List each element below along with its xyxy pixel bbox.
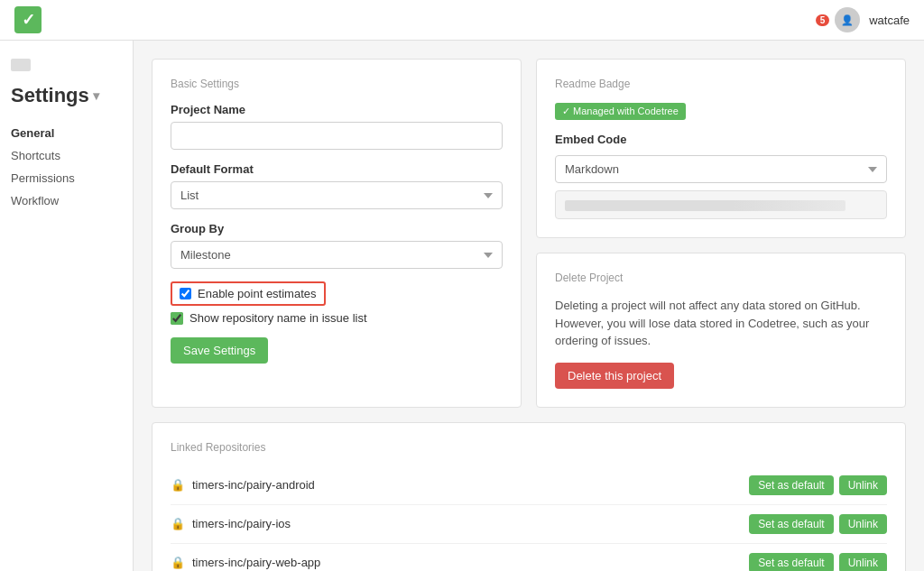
repo-row: 🔒timers-inc/pairy-androidSet as defaultU… — [171, 466, 887, 505]
readme-badge-title: Readme Badge — [555, 78, 887, 90]
top-grid: Basic Settings Project Name Default Form… — [152, 59, 906, 408]
checkboxes-group: Enable point estimates Show repository n… — [171, 281, 503, 325]
header-right: 5 👤 watcafe — [816, 7, 910, 32]
sidebar-link-general[interactable]: General — [11, 124, 122, 143]
sidebar-item-permissions[interactable]: Permissions — [11, 169, 122, 188]
set-default-button[interactable]: Set as default — [749, 553, 833, 572]
save-settings-button[interactable]: Save Settings — [171, 337, 268, 364]
project-name-label: Project Name — [171, 103, 503, 116]
project-name-input[interactable] — [171, 122, 503, 150]
lock-icon: 🔒 — [171, 556, 185, 569]
linked-repos-card: Linked Repositories 🔒timers-inc/pairy-an… — [152, 422, 906, 572]
repo-actions: Set as defaultUnlink — [749, 553, 887, 572]
main-content: Basic Settings Project Name Default Form… — [134, 41, 924, 571]
delete-project-title: Delete Project — [555, 272, 887, 284]
notification-group: 5 👤 — [816, 7, 861, 32]
repo-actions: Set as defaultUnlink — [749, 514, 887, 534]
show-repo-name-checkbox[interactable] — [171, 312, 183, 325]
sidebar-item-shortcuts[interactable]: Shortcuts — [11, 146, 122, 165]
repo-name: timers-inc/pairy-android — [192, 478, 749, 492]
unlink-button[interactable]: Unlink — [839, 553, 887, 572]
group-by-group: Group By Milestone — [171, 222, 503, 269]
notification-badge[interactable]: 5 — [816, 14, 830, 26]
right-column: Readme Badge ✓ Managed with Codetree Emb… — [536, 59, 906, 408]
embed-code-label: Embed Code — [555, 133, 887, 146]
show-repo-name-label: Show repository name in issue list — [189, 311, 367, 325]
default-format-group: Default Format List — [171, 162, 503, 209]
embed-format-select[interactable]: Markdown — [555, 155, 887, 183]
show-repo-name-item: Show repository name in issue list — [171, 311, 503, 325]
basic-settings-title: Basic Settings — [171, 78, 503, 90]
sidebar-item-general[interactable]: General — [11, 124, 122, 143]
sidebar-link-permissions[interactable]: Permissions — [11, 169, 122, 188]
repo-actions: Set as defaultUnlink — [749, 475, 887, 495]
default-format-select[interactable]: List — [171, 181, 503, 209]
delete-project-card: Delete Project Deleting a project will n… — [536, 253, 906, 408]
username-label: watcafe — [869, 14, 910, 27]
sidebar-link-shortcuts[interactable]: Shortcuts — [11, 146, 122, 165]
repo-name: timers-inc/pairy-ios — [192, 517, 749, 530]
sidebar-nav: General Shortcuts Permissions Workflow — [11, 124, 122, 210]
enable-estimates-checkbox[interactable] — [180, 288, 191, 299]
repo-row: 🔒timers-inc/pairy-web-appSet as defaultU… — [171, 544, 887, 572]
sidebar: Settings ▾ General Shortcuts Permissions… — [0, 41, 134, 571]
settings-title: Settings ▾ — [11, 84, 122, 107]
managed-badge: ✓ Managed with Codetree — [555, 103, 686, 120]
avatar[interactable]: 👤 — [835, 7, 860, 32]
app-body: Settings ▾ General Shortcuts Permissions… — [0, 41, 924, 571]
set-default-button[interactable]: Set as default — [749, 514, 833, 534]
caret-icon: ▾ — [93, 88, 99, 103]
project-icon — [11, 59, 31, 71]
lock-icon: 🔒 — [171, 517, 185, 530]
embed-code-display — [555, 190, 887, 219]
project-name-group: Project Name — [171, 103, 503, 150]
unlink-button[interactable]: Unlink — [839, 475, 887, 495]
logo-icon[interactable]: ✓ — [14, 6, 42, 33]
enable-estimates-highlight: Enable point estimates — [171, 281, 326, 306]
group-by-select[interactable]: Milestone — [171, 241, 503, 269]
group-by-label: Group By — [171, 222, 503, 235]
repo-list: 🔒timers-inc/pairy-androidSet as defaultU… — [171, 466, 887, 572]
unlink-button[interactable]: Unlink — [839, 514, 887, 534]
basic-settings-card: Basic Settings Project Name Default Form… — [152, 59, 522, 408]
delete-description: Deleting a project will not affect any d… — [555, 297, 887, 350]
project-label — [11, 59, 122, 71]
sidebar-link-workflow[interactable]: Workflow — [11, 191, 122, 210]
repo-name: timers-inc/pairy-web-app — [192, 556, 749, 569]
default-format-label: Default Format — [171, 162, 503, 176]
embed-blur-bar — [565, 200, 845, 211]
lock-icon: 🔒 — [171, 478, 185, 492]
readme-badge-card: Readme Badge ✓ Managed with Codetree Emb… — [536, 59, 906, 238]
enable-estimates-label: Enable point estimates — [198, 287, 317, 300]
linked-repos-title: Linked Repositories — [171, 441, 887, 454]
sidebar-item-workflow[interactable]: Workflow — [11, 191, 122, 210]
repo-row: 🔒timers-inc/pairy-iosSet as defaultUnlin… — [171, 505, 887, 544]
app-header: ✓ 5 👤 watcafe — [0, 0, 924, 41]
delete-project-button[interactable]: Delete this project — [555, 363, 674, 389]
set-default-button[interactable]: Set as default — [749, 475, 833, 495]
